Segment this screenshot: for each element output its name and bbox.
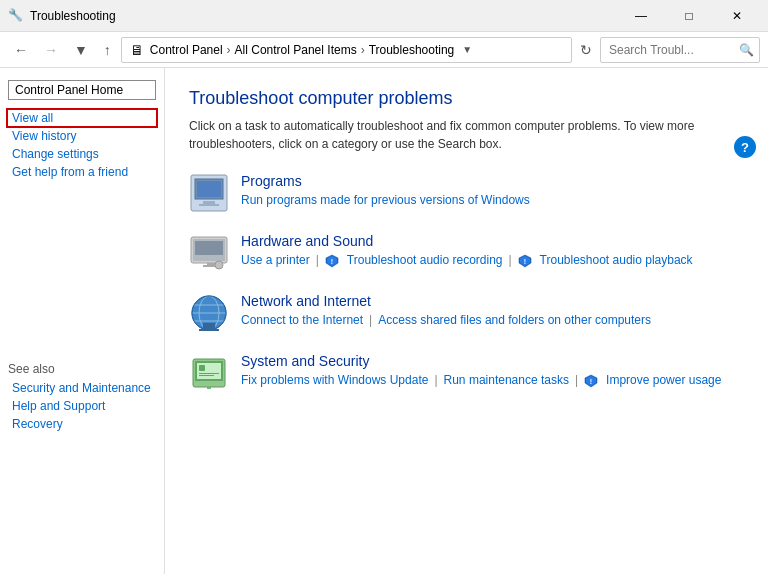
sidebar-get-help[interactable]: Get help from a friend [8, 164, 156, 180]
title-bar: 🔧 Troubleshooting — □ ✕ [0, 0, 768, 32]
svg-text:!: ! [590, 378, 592, 385]
page-description: Click on a task to automatically trouble… [189, 117, 744, 153]
content-area: Troubleshoot computer problems Click on … [165, 68, 768, 433]
sidebar: Control Panel Home View all View history… [0, 68, 165, 574]
sidebar-change-settings[interactable]: Change settings [8, 146, 156, 162]
sidebar-security-maintenance[interactable]: Security and Maintenance [8, 380, 156, 396]
page-title: Troubleshoot computer problems [189, 88, 744, 109]
svg-rect-23 [203, 323, 215, 329]
svg-point-8 [215, 261, 223, 269]
system-title[interactable]: System and Security [241, 353, 744, 369]
svg-text:!: ! [523, 258, 525, 265]
svg-rect-24 [199, 329, 219, 331]
main-container: Control Panel Home View all View history… [0, 68, 768, 574]
svg-text:!: ! [331, 258, 333, 265]
category-network: Network and Internet Connect to the Inte… [189, 293, 744, 333]
hardware-content: Hardware and Sound Use a printer | ! Tro… [241, 233, 744, 268]
system-icon [189, 353, 229, 393]
breadcrumb-all-items[interactable]: All Control Panel Items [235, 43, 357, 57]
svg-rect-4 [199, 204, 219, 206]
network-icon [189, 293, 229, 333]
category-hardware: Hardware and Sound Use a printer | ! Tro… [189, 233, 744, 273]
breadcrumb-troubleshooting[interactable]: Troubleshooting [369, 43, 455, 57]
breadcrumb-control-panel[interactable]: Control Panel [150, 43, 223, 57]
svg-rect-28 [199, 365, 205, 371]
programs-content: Programs Run programs made for previous … [241, 173, 744, 207]
address-bar: ← → ▼ ↑ 🖥 Control Panel › All Control Pa… [0, 32, 768, 68]
title-bar-icon: 🔧 [8, 8, 24, 24]
sidebar-recovery[interactable]: Recovery [8, 416, 156, 432]
network-title[interactable]: Network and Internet [241, 293, 744, 309]
svg-rect-30 [199, 375, 214, 376]
help-button[interactable]: ? [734, 136, 756, 158]
search-icon: 🔍 [739, 43, 754, 57]
see-also-label: See also [8, 362, 156, 376]
system-content: System and Security Fix problems with Wi… [241, 353, 744, 388]
search-wrapper: 🔍 [600, 37, 760, 63]
sidebar-view-history[interactable]: View history [8, 128, 156, 144]
svg-rect-29 [199, 373, 219, 374]
svg-rect-7 [195, 241, 223, 255]
category-programs: Programs Run programs made for previous … [189, 173, 744, 213]
programs-icon [189, 173, 229, 213]
network-link-internet[interactable]: Connect to the Internet [241, 313, 363, 327]
hardware-link-printer[interactable]: Use a printer [241, 253, 310, 267]
svg-rect-10 [203, 265, 215, 267]
system-link-power[interactable]: Improve power usage [606, 373, 721, 387]
search-input[interactable] [600, 37, 760, 63]
system-link-maintenance[interactable]: Run maintenance tasks [444, 373, 569, 387]
network-link-shared[interactable]: Access shared files and folders on other… [378, 313, 651, 327]
sidebar-view-all[interactable]: View all [8, 110, 156, 126]
hardware-icon [189, 233, 229, 273]
svg-rect-31 [207, 387, 211, 389]
breadcrumb: 🖥 Control Panel › All Control Panel Item… [121, 37, 572, 63]
close-button[interactable]: ✕ [714, 0, 760, 32]
content-wrapper: Troubleshoot computer problems Click on … [165, 68, 768, 574]
system-links: Fix problems with Windows Update | Run m… [241, 373, 744, 388]
recent-locations-button[interactable]: ▼ [68, 38, 94, 62]
category-system: System and Security Fix problems with Wi… [189, 353, 744, 393]
refresh-button[interactable]: ↻ [576, 38, 596, 62]
maximize-button[interactable]: □ [666, 0, 712, 32]
programs-title[interactable]: Programs [241, 173, 744, 189]
programs-link-1[interactable]: Run programs made for previous versions … [241, 193, 530, 207]
title-bar-title: Troubleshooting [30, 9, 618, 23]
network-links: Connect to the Internet | Access shared … [241, 313, 744, 327]
sidebar-help-support[interactable]: Help and Support [8, 398, 156, 414]
back-button[interactable]: ← [8, 38, 34, 62]
hardware-link-audio-rec[interactable]: Troubleshoot audio recording [347, 253, 503, 267]
svg-rect-3 [203, 201, 215, 204]
up-button[interactable]: ↑ [98, 38, 117, 62]
control-panel-home-link[interactable]: Control Panel Home [8, 80, 156, 100]
svg-rect-2 [197, 181, 221, 197]
window-controls: — □ ✕ [618, 0, 760, 32]
breadcrumb-dropdown[interactable]: ▼ [462, 44, 472, 55]
programs-links: Run programs made for previous versions … [241, 193, 744, 207]
system-link-update[interactable]: Fix problems with Windows Update [241, 373, 428, 387]
minimize-button[interactable]: — [618, 0, 664, 32]
see-also-section: See also Security and Maintenance Help a… [8, 362, 156, 434]
svg-rect-9 [207, 263, 215, 265]
forward-button[interactable]: → [38, 38, 64, 62]
hardware-title[interactable]: Hardware and Sound [241, 233, 744, 249]
hardware-links: Use a printer | ! Troubleshoot audio rec… [241, 253, 744, 268]
hardware-link-audio-play[interactable]: Troubleshoot audio playback [540, 253, 693, 267]
network-content: Network and Internet Connect to the Inte… [241, 293, 744, 327]
